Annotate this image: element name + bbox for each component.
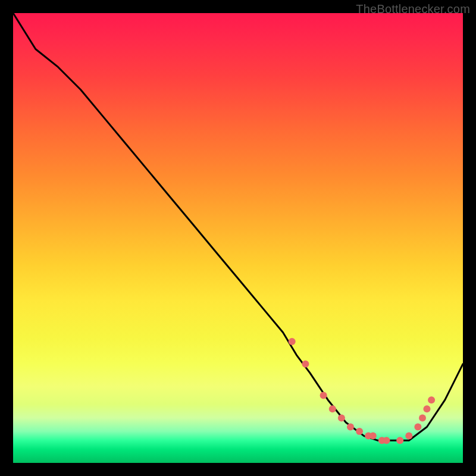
curve-marker <box>356 428 363 435</box>
chart-container: TheBottlenecker.com <box>0 0 476 476</box>
curve-marker <box>347 424 354 431</box>
curve-marker <box>320 392 327 399</box>
plot-area <box>13 13 463 463</box>
curve-marker <box>302 361 309 368</box>
curve-marker <box>369 433 377 440</box>
curve-marker <box>329 405 336 412</box>
curve-marker <box>414 424 421 431</box>
curve-marker <box>383 437 390 444</box>
curve-marker <box>289 338 296 345</box>
curve-marker <box>405 433 412 440</box>
curve-marker <box>338 414 345 421</box>
curve-line <box>13 13 463 440</box>
curve-markers <box>289 338 435 444</box>
curve-marker <box>424 405 431 412</box>
curve-marker <box>419 414 426 421</box>
curve-marker <box>396 437 403 444</box>
curve-marker <box>428 396 435 403</box>
curve-overlay <box>13 13 463 463</box>
